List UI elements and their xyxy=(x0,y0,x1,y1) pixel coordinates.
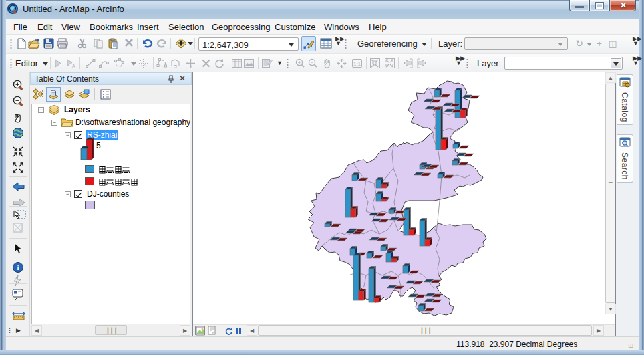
svg-text:1:1: 1:1 xyxy=(353,61,361,67)
svg-text:i: i xyxy=(17,263,19,271)
svg-text:A: A xyxy=(72,64,75,68)
